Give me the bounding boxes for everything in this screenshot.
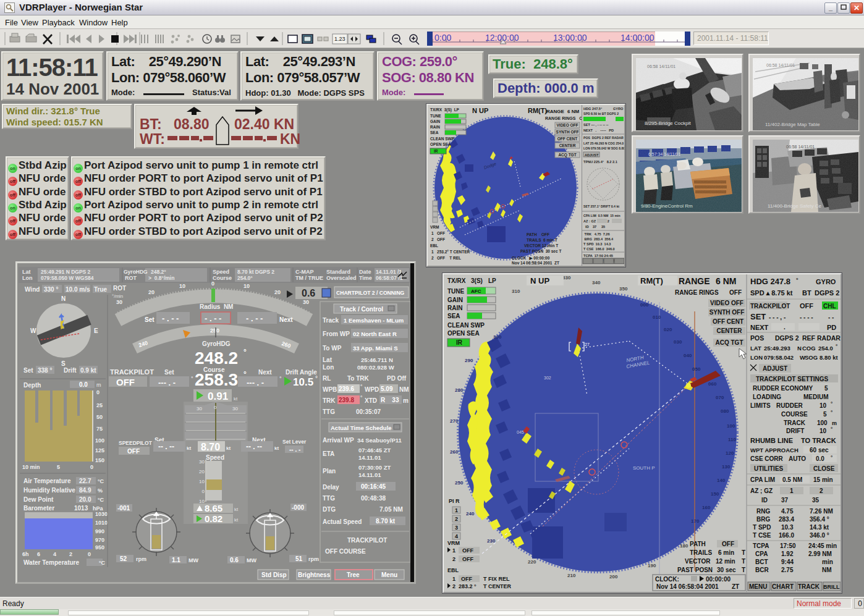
svg-text:OFF COURSE: OFF COURSE (325, 548, 366, 555)
svg-text:290: 290 (465, 358, 473, 363)
svg-text:02 North East R: 02 North East R (353, 331, 397, 337)
svg-text:340: 340 (592, 280, 601, 285)
svg-text:True: True (94, 286, 108, 293)
svg-text:TRACK: TRACK (798, 583, 820, 590)
svg-text:POS: POS (750, 334, 764, 342)
svg-text:SYNTH OFF: SYNTH OFF (709, 309, 745, 316)
svg-text:350: 350 (619, 286, 628, 292)
svg-text:LP: LP (488, 277, 496, 284)
svg-text:E: E (94, 327, 98, 334)
svg-text:10.5: 10.5 (293, 376, 313, 388)
svg-text:14.11.01: 14.11.01 (358, 454, 381, 461)
svg-text:080:02.928 W: 080:02.928 W (357, 364, 394, 371)
svg-text:1: 1 (452, 576, 455, 582)
svg-text:20: 20 (199, 469, 205, 475)
svg-text:6 min: 6 min (718, 549, 734, 556)
svg-text:302: 302 (544, 376, 551, 380)
svg-text:AFC: AFC (471, 289, 481, 294)
svg-text:2.99 NM: 2.99 NM (808, 551, 832, 557)
svg-text:CPA: CPA (755, 551, 768, 557)
svg-text:GyroHDG: GyroHDG (124, 269, 148, 275)
svg-text:WPB: WPB (323, 386, 337, 393)
svg-text:NM: NM (399, 386, 409, 393)
svg-text:Date: Date (359, 269, 371, 275)
svg-text:120: 120 (726, 450, 734, 456)
svg-text:rpm: rpm (136, 556, 146, 562)
svg-text:XTD: XTD (365, 397, 377, 404)
svg-text:8.80 kt: 8.80 kt (820, 354, 838, 361)
svg-text:BRG 283.4 356.4: BRG 283.4 356.4 (583, 237, 614, 241)
svg-text:30: 30 (303, 299, 309, 305)
svg-text:010: 010 (653, 314, 661, 320)
svg-text:Standard: Standard (326, 269, 350, 275)
svg-text:OFF: OFF (462, 547, 473, 554)
svg-text:HDG 247.8: HDG 247.8 (750, 277, 790, 286)
svg-text:1: 1 (455, 507, 458, 513)
svg-text:33 App. Miami S: 33 App. Miami S (353, 345, 398, 352)
svg-text:N UP: N UP (530, 276, 549, 285)
svg-text:LON 079:58.042 W SOG 8.80: LON 079:58.042 W SOG 8.80 (583, 146, 624, 150)
svg-text:3: 3 (455, 525, 458, 531)
svg-text:C-MAP: C-MAP (295, 269, 314, 275)
svg-text:LAT: LAT (750, 345, 761, 352)
svg-text:OFF: OFF (800, 302, 813, 310)
svg-text:330 °: 330 ° (44, 286, 58, 293)
svg-text:ADJUST: ADJUST (585, 153, 599, 157)
svg-text:6 NM: 6 NM (567, 109, 579, 114)
svg-text:Course: Course (213, 275, 232, 281)
svg-text:GyroHDG: GyroHDG (202, 340, 231, 347)
svg-text:7.26 NM: 7.26 NM (810, 508, 833, 515)
svg-text:CPA LIM: CPA LIM (750, 476, 775, 483)
svg-text:OFF CENT: OFF CENT (713, 318, 743, 325)
svg-text:TCPA: TCPA (753, 542, 769, 549)
svg-text:2.75: 2.75 (781, 567, 794, 573)
svg-text:0: 0 (88, 551, 91, 557)
svg-text:110: 110 (728, 437, 736, 442)
svg-text:079:58.042: 079:58.042 (764, 354, 794, 361)
svg-text:°: ° (831, 426, 832, 432)
svg-text:14.11.01: 14.11.01 (358, 471, 381, 478)
svg-text:280: 280 (455, 387, 464, 393)
svg-text:PATH: PATH (690, 541, 706, 547)
svg-text:RANGE: RANGE (546, 109, 565, 114)
svg-text:PAST POSN: PAST POSN (677, 567, 713, 573)
svg-text:ID 37 35: ID 37 35 (583, 225, 605, 229)
svg-text:060: 060 (708, 381, 717, 387)
svg-text:0: 0 (90, 464, 93, 470)
svg-text:Track: Track (323, 317, 339, 324)
svg-text:10: 10 (820, 402, 827, 409)
svg-text:OFF: OFF (127, 448, 140, 455)
svg-text:RM(T): RM(T) (640, 276, 663, 285)
svg-text:0: 0 (211, 281, 214, 287)
svg-text:5: 5 (57, 464, 60, 470)
svg-text:kt: kt (234, 396, 238, 402)
svg-text:040: 040 (684, 353, 692, 358)
svg-text:SET: SET (750, 312, 766, 321)
svg-text:SPD ▴ 8.75 kt: SPD ▴ 8.75 kt (750, 289, 793, 297)
svg-text:30: 30 (116, 299, 122, 305)
svg-text:240: 240 (466, 511, 475, 517)
svg-text:T CSE: T CSE (753, 532, 771, 539)
svg-text:Barometer: Barometer (23, 505, 54, 512)
svg-text:Air Temperature: Air Temperature (23, 478, 71, 484)
svg-text:°: ° (279, 376, 282, 382)
svg-text:RADAR: RADAR (817, 334, 841, 342)
svg-text:°: ° (315, 375, 318, 382)
svg-text:COG: COG (802, 345, 816, 352)
svg-text:Delay: Delay (323, 484, 339, 491)
svg-text:°: ° (360, 384, 362, 389)
svg-text:25: 25 (96, 402, 103, 408)
svg-text:TRAILS: TRAILS (690, 549, 712, 556)
svg-text:5: 5 (823, 411, 827, 418)
svg-text:OFF: OFF (116, 377, 135, 387)
svg-text:BRG: BRG (756, 516, 770, 523)
svg-text:1030: 1030 (95, 511, 108, 517)
svg-text:UTILITIES: UTILITIES (754, 465, 784, 472)
svg-text:min: min (822, 559, 833, 565)
svg-text:Humidity Relative: Humidity Relative (23, 487, 75, 494)
svg-text:260: 260 (450, 449, 459, 455)
svg-text:4: 4 (53, 551, 56, 557)
svg-text:2: 2 (452, 556, 455, 562)
svg-text:COURSE: COURSE (781, 411, 808, 418)
svg-text:2: 2 (452, 583, 455, 589)
